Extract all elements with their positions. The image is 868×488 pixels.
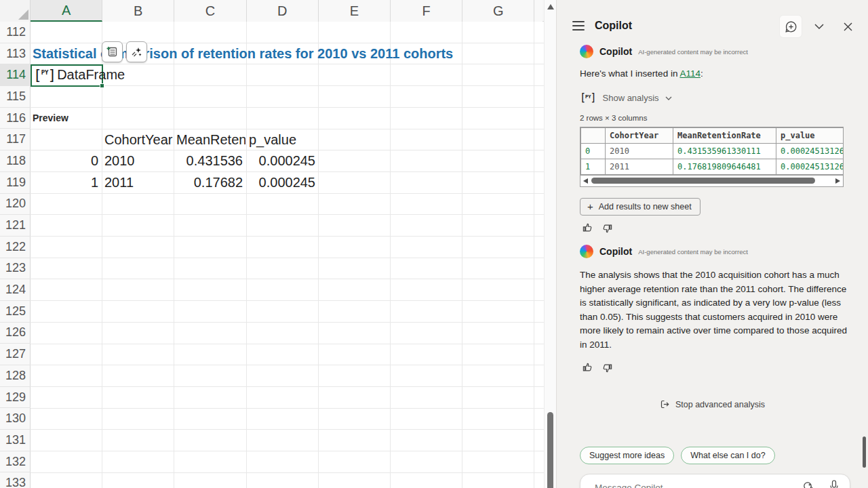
row-header-124[interactable]: 124 — [0, 279, 31, 301]
column-header-A[interactable]: A — [31, 0, 102, 22]
row-header-115[interactable]: 115 — [0, 86, 31, 108]
df-cell: 2010 — [606, 144, 673, 159]
inserted-prefix: Here's what I inserted in — [580, 68, 679, 79]
close-icon — [843, 22, 853, 32]
table-dimensions: 2 rows × 3 columns — [580, 114, 647, 122]
row-header-122[interactable]: 122 — [0, 237, 31, 258]
row-header-114[interactable]: 114 — [0, 64, 31, 86]
inserted-suffix: : — [701, 68, 703, 79]
scroll-left-arrow-icon[interactable] — [583, 178, 588, 184]
dataframe-preview: CohortYear MeanRetentionRate p_value 0 2… — [580, 127, 844, 187]
insert-data-button[interactable] — [102, 41, 123, 62]
row-header-127[interactable]: 127 — [0, 344, 31, 365]
df-cell: 2011 — [606, 159, 673, 175]
show-analysis-toggle[interactable]: [PY] Show analysis — [580, 93, 672, 103]
new-chat-button[interactable] — [780, 16, 802, 37]
df-header-pvalue: p_value — [776, 128, 844, 144]
row-header-126[interactable]: 126 — [0, 323, 31, 344]
insert-table-icon — [106, 46, 118, 58]
select-all-triangle-icon — [18, 9, 28, 20]
chevron-down-icon — [814, 23, 825, 30]
df-row-0: 0 2010 0.431535961330111 0.00024513126 — [581, 144, 844, 159]
scroll-up-arrow-icon[interactable] — [547, 4, 554, 9]
df-header-index — [581, 128, 606, 144]
excel-window: A B C D E F G 112 113 114 115 116 117 11… — [0, 0, 868, 488]
df-cell: 1 — [581, 159, 606, 175]
copilot-message-input[interactable]: Message Copilot — [580, 474, 850, 488]
df-row-1: 1 2011 0.176819809646481 0.00024513126 — [581, 159, 844, 175]
scroll-right-arrow-icon[interactable] — [835, 178, 840, 184]
df-header-meanretentionrate: MeanRetentionRate — [673, 128, 776, 144]
row-header-128[interactable]: 128 — [0, 365, 31, 387]
copilot-avatar — [580, 245, 593, 258]
table-horizontal-scrollbar — [580, 175, 843, 186]
prompt-guide-icon[interactable] — [802, 480, 814, 488]
sheet-vertical-scrollbar — [544, 0, 556, 488]
thumbs-down-icon[interactable] — [602, 223, 612, 233]
column-header-E[interactable]: E — [319, 0, 391, 22]
row-header-123[interactable]: 123 — [0, 258, 31, 280]
message-sender: Copilot — [599, 46, 632, 57]
table-scrollbar-thumb[interactable] — [591, 178, 815, 184]
df-cell: 0.176819809646481 — [673, 159, 776, 175]
row-header-129[interactable]: 129 — [0, 387, 31, 409]
column-header-D[interactable]: D — [247, 0, 319, 22]
cells-area[interactable] — [31, 22, 544, 488]
suggestion-chip[interactable]: What else can I do? — [681, 447, 774, 464]
spreadsheet-grid: A B C D E F G 112 113 114 115 116 117 11… — [0, 0, 544, 488]
thumbs-up-icon[interactable] — [583, 363, 593, 373]
thumbs-up-icon[interactable] — [583, 223, 593, 233]
row-header-117[interactable]: 117 — [0, 129, 31, 150]
stop-exit-icon — [660, 399, 670, 409]
row-header-119[interactable]: 119 — [0, 172, 31, 194]
row-header-131[interactable]: 131 — [0, 430, 31, 451]
analyze-button[interactable] — [126, 41, 147, 62]
panel-scrollbar-thumb[interactable] — [863, 436, 866, 468]
row-header-120[interactable]: 120 — [0, 194, 31, 216]
column-header-stub — [534, 0, 542, 22]
inserted-text: Here's what I inserted in A114: — [580, 67, 703, 81]
row-header-125[interactable]: 125 — [0, 301, 31, 323]
thumbs-down-icon[interactable] — [602, 363, 612, 373]
row-header-118[interactable]: 118 — [0, 150, 31, 172]
sheet-scrollbar-thumb[interactable] — [547, 412, 553, 488]
pane-title: Copilot — [595, 20, 632, 32]
message-sender: Copilot — [599, 246, 632, 257]
column-header-F[interactable]: F — [391, 0, 462, 22]
close-pane-button[interactable] — [837, 16, 859, 37]
stop-advanced-analysis-label: Stop advanced analysis — [675, 400, 765, 409]
row-header-133[interactable]: 133 — [0, 472, 31, 488]
column-header-row: A B C D E F G — [0, 0, 544, 22]
python-icon: [PY] — [580, 93, 597, 103]
row-header-130[interactable]: 130 — [0, 408, 31, 430]
ai-disclaimer: AI-generated content may be incorrect — [638, 48, 748, 56]
new-chat-icon — [785, 20, 797, 33]
collapse-pane-button[interactable] — [808, 16, 830, 37]
add-results-label: Add results to new sheet — [599, 202, 692, 211]
add-results-button[interactable]: + Add results to new sheet — [580, 198, 701, 216]
df-cell: 0 — [581, 144, 606, 159]
row-header-116[interactable]: 116 — [0, 108, 31, 129]
show-analysis-label: Show analysis — [603, 93, 659, 103]
copilot-pane: Copilot — [556, 0, 868, 488]
cell-reference-link[interactable]: A114 — [679, 68, 701, 79]
row-header-132[interactable]: 132 — [0, 451, 31, 473]
column-header-G[interactable]: G — [462, 0, 534, 22]
row-header-112[interactable]: 112 — [0, 22, 31, 43]
microphone-icon[interactable] — [829, 480, 839, 488]
df-cell: 0.431535961330111 — [673, 144, 776, 159]
row-header-113[interactable]: 113 — [0, 43, 31, 65]
chevron-down-icon — [665, 95, 672, 102]
df-cell: 0.00024513126 — [776, 159, 844, 175]
pane-menu-button[interactable] — [572, 21, 585, 30]
df-cell: 0.00024513126 — [776, 144, 844, 159]
column-header-C[interactable]: C — [174, 0, 246, 22]
column-header-B[interactable]: B — [102, 0, 174, 22]
copilot-avatar — [580, 45, 593, 58]
stop-advanced-analysis-button[interactable]: Stop advanced analysis — [660, 399, 765, 409]
ai-disclaimer: AI-generated content may be incorrect — [638, 248, 748, 256]
row-header-column: 112 113 114 115 116 117 118 119 120 121 … — [0, 22, 31, 488]
row-header-121[interactable]: 121 — [0, 215, 31, 237]
select-all-corner[interactable] — [0, 0, 31, 22]
suggestion-chip[interactable]: Suggest more ideas — [580, 447, 674, 464]
